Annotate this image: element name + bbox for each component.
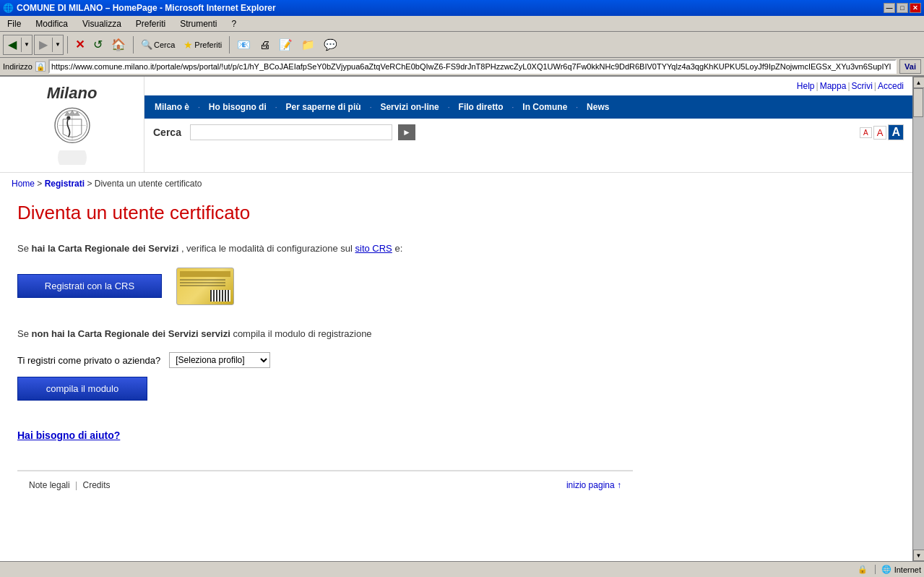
address-label: Indirizzo <box>3 62 33 71</box>
breadcrumb-registrati[interactable]: Registrati <box>45 179 85 189</box>
font-medium-button[interactable]: A <box>873 126 887 140</box>
registrati-crs-button[interactable]: Registrati con la CRS <box>17 274 162 298</box>
menu-bar: File Modifica Visualizza Preferiti Strum… <box>0 16 924 32</box>
search-label: Cerca <box>154 40 175 49</box>
refresh-button[interactable]: ↺ <box>90 35 106 55</box>
page-title: Diventa un utente certificato <box>17 202 633 224</box>
home-icon: 🏠 <box>111 38 126 51</box>
back-button[interactable]: ◀ <box>4 35 21 54</box>
logo-text: Milano <box>47 84 98 103</box>
app-icon: 🌐 <box>3 3 14 13</box>
minimize-button[interactable]: — <box>884 3 895 13</box>
card-lines <box>180 279 230 286</box>
search-button[interactable]: 🔍 Cerca <box>137 35 178 55</box>
address-bar: Indirizzo 🔒 Vai <box>0 58 924 77</box>
nav-milano-e[interactable]: Milano è <box>150 99 194 115</box>
refresh-icon: ↺ <box>93 38 103 51</box>
menu-visualizza[interactable]: Visualizza <box>78 17 126 30</box>
menu-strumenti[interactable]: Strumenti <box>176 17 221 30</box>
back-dropdown[interactable]: ▼ <box>22 35 32 54</box>
nav-filo[interactable]: Filo diretto <box>454 99 508 115</box>
site-nav-area: Help | Mappa | Scrivi | Accedi Milano è … <box>144 77 912 172</box>
profile-label: Ti registri come privato o azienda? <box>17 355 160 366</box>
star-icon: ★ <box>183 39 193 51</box>
section1-text: Se hai la Carta Regionale dei Servizi , … <box>17 242 633 256</box>
toolbar: ◀ ▼ ▶ ▼ ✕ ↺ 🏠 🔍 Cerca ★ Preferiti 📧 🖨 📝 <box>0 32 924 58</box>
font-small-button[interactable]: A <box>860 127 872 138</box>
scroll-thumb[interactable] <box>913 88 923 117</box>
site-header: Milano <box>0 77 912 173</box>
city-emblem <box>51 106 94 149</box>
edit-button[interactable]: 📝 <box>275 35 296 55</box>
address-input[interactable] <box>48 59 897 74</box>
inizio-pagina-link[interactable]: inizio pagina ↑ <box>566 480 621 490</box>
edit-icon: 📝 <box>279 38 293 51</box>
home-button[interactable]: 🏠 <box>108 35 129 55</box>
menu-preferiti[interactable]: Preferiti <box>131 17 170 30</box>
nav-menu: Milano è · Ho bisogno di · Per saperne d… <box>144 95 912 119</box>
forward-dropdown[interactable]: ▼ <box>53 35 63 54</box>
scrivi-link[interactable]: Scrivi <box>852 81 873 91</box>
nav-servizi[interactable]: Servizi on-line <box>376 99 443 115</box>
profile-select[interactable]: [Seleziona profilo] Privato Azienda <box>169 352 270 368</box>
non-crs-section: Se non hai la Carta Regionale dei Serviz… <box>17 327 633 401</box>
folder-button[interactable]: 📁 <box>298 35 319 55</box>
font-size-controls: A A A <box>860 124 904 140</box>
menu-modifica[interactable]: Modifica <box>31 17 72 30</box>
breadcrumb: Home > Registrati > Diventa un utente ce… <box>0 173 912 195</box>
status-right: 🔒 🌐 Internet <box>856 563 921 576</box>
menu-file[interactable]: File <box>3 17 25 30</box>
accedi-link[interactable]: Accedi <box>878 81 904 91</box>
messenger-button[interactable]: 💬 <box>320 35 341 55</box>
help-link[interactable]: Help <box>797 81 815 91</box>
scrollbar[interactable]: ▲ ▼ <box>912 77 924 561</box>
search-label: Cerca <box>153 127 181 138</box>
print-icon: 🖨 <box>259 38 270 51</box>
messenger-icon: 💬 <box>324 38 337 51</box>
help-link-main[interactable]: Hai bisogno di aiuto? <box>17 429 120 441</box>
font-large-button[interactable]: A <box>888 124 904 140</box>
breadcrumb-current: Diventa un utente certificato <box>95 179 202 189</box>
section2-text: Se non hai la Carta Regionale dei Serviz… <box>17 327 633 341</box>
ssl-icon: 🔒 <box>35 61 46 72</box>
sito-crs-link[interactable]: sito CRS <box>355 243 392 254</box>
mappa-link[interactable]: Mappa <box>820 81 847 91</box>
stop-icon: ✕ <box>75 38 85 51</box>
crs-section: Registrati con la CRS <box>17 268 633 305</box>
toolbar-sep-1 <box>67 36 68 54</box>
breadcrumb-home[interactable]: Home <box>12 179 35 189</box>
nav-ho-bisogno[interactable]: Ho bisogno di <box>204 99 271 115</box>
favorites-button[interactable]: ★ Preferiti <box>180 35 225 55</box>
print-button[interactable]: 🖨 <box>256 35 274 55</box>
close-button[interactable]: ✕ <box>910 3 921 13</box>
status-bar: 🔒 🌐 Internet <box>0 561 924 577</box>
search-icon: 🔍 <box>141 39 152 50</box>
maximize-button[interactable]: □ <box>897 3 908 13</box>
search-input[interactable] <box>190 124 392 140</box>
back-group: ◀ ▼ <box>3 35 33 55</box>
nav-in-comune[interactable]: In Comune <box>518 99 571 115</box>
credits-link[interactable]: Credits <box>83 480 111 490</box>
note-legali-link[interactable]: Note legali <box>29 480 70 490</box>
forward-button[interactable]: ▶ <box>35 35 52 54</box>
menu-help[interactable]: ? <box>228 17 241 30</box>
scroll-down-button[interactable]: ▼ <box>913 550 925 561</box>
crs-card-image <box>176 268 234 305</box>
compila-button[interactable]: compila il modulo <box>17 377 147 401</box>
go-button[interactable]: Vai <box>899 59 921 74</box>
nav-saperne[interactable]: Per saperne di più <box>282 99 366 115</box>
scroll-up-button[interactable]: ▲ <box>913 77 925 88</box>
media-button[interactable]: 📧 <box>233 35 254 55</box>
top-links: Help | Mappa | Scrivi | Accedi <box>144 77 912 95</box>
stop-button[interactable]: ✕ <box>72 35 88 55</box>
content-area: Milano <box>0 77 924 561</box>
favorites-label: Preferiti <box>194 40 222 49</box>
main-content: Diventa un utente certificato Se hai la … <box>0 195 650 513</box>
scroll-track[interactable] <box>913 88 924 550</box>
footer-right: inizio pagina ↑ <box>566 480 621 490</box>
search-go-button[interactable]: ► <box>398 124 415 140</box>
toolbar-sep-2 <box>133 36 134 54</box>
toolbar-sep-3 <box>229 36 230 54</box>
zone-label: Internet <box>894 565 921 574</box>
nav-news[interactable]: News <box>582 99 613 115</box>
